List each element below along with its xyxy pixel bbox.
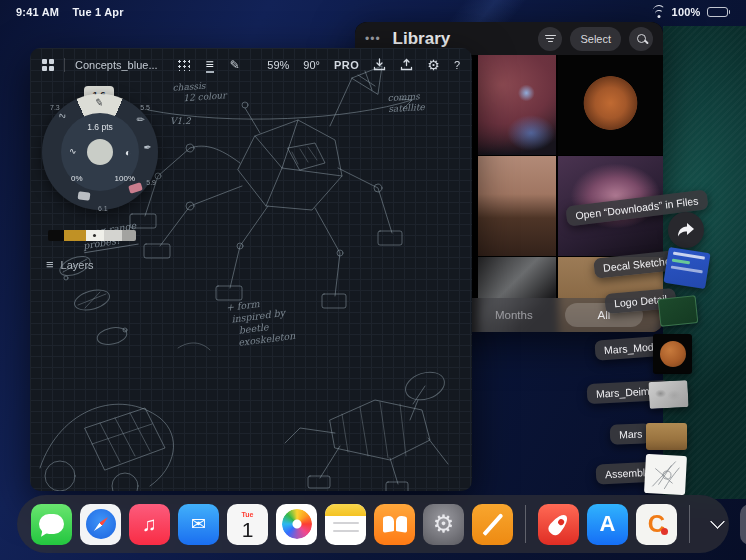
annotation-comms: comms satellite	[387, 91, 425, 115]
dock-icon-notes[interactable]	[325, 504, 366, 545]
concepts-toolbar: Concepts_blue... ≡ ✎ 59% 90° PRO ⚙ ?	[30, 48, 472, 81]
ring-size-3: 5.9	[146, 179, 156, 186]
status-left: 9:41 AM Tue 1 Apr	[16, 6, 134, 18]
select-button[interactable]: Select	[570, 27, 621, 51]
notes-header-strip	[325, 504, 366, 516]
photo-nebula-horsehead[interactable]	[478, 55, 556, 155]
wifi-icon	[652, 7, 666, 18]
ring-size-2: 5.5	[140, 104, 150, 111]
dock-divider	[689, 505, 690, 543]
rotation-angle[interactable]: 90°	[303, 59, 320, 71]
dock-icon-rocket-app[interactable]	[538, 504, 579, 545]
pen-mode-icon[interactable]: ✎	[230, 58, 240, 72]
settings-gear-icon[interactable]: ⚙	[427, 57, 440, 73]
smoothing-icon: ∿	[69, 146, 77, 156]
dock-divider	[525, 505, 526, 543]
ring-size-4: 6.1	[98, 205, 108, 212]
segment-months[interactable]: Months	[495, 309, 533, 321]
drag-thumb-logo-detail[interactable]	[658, 295, 699, 327]
share-arrow-button[interactable]	[668, 212, 704, 248]
annotation-beetle: + form inspired by beetle exoskeleton	[225, 294, 296, 349]
drag-thumb-mars-model[interactable]	[653, 334, 692, 374]
tool-wheel-center[interactable]	[87, 139, 113, 165]
dock-icon-photos[interactable]	[276, 504, 317, 545]
swatch-white-selected[interactable]	[86, 230, 104, 241]
search-icon	[637, 34, 646, 43]
document-title[interactable]: Concepts_blue...	[75, 59, 158, 71]
drag-thumb-assembly[interactable]	[644, 454, 687, 495]
drag-thumb-mars[interactable]	[646, 423, 687, 450]
dock-icon-calendar[interactable]: Tue 1	[227, 504, 268, 545]
search-button[interactable]	[629, 27, 653, 51]
envelope-icon: ✉	[191, 513, 206, 535]
window-controls-icon[interactable]: •••	[365, 32, 381, 46]
zoom-level[interactable]: 59%	[267, 59, 289, 71]
dock-icon-books[interactable]	[374, 504, 415, 545]
stroke-size-label: 1.6 pts	[61, 122, 139, 132]
notes-line	[333, 522, 359, 524]
ipad-screen: 9:41 AM Tue 1 Apr 100% ••• Library Selec…	[0, 0, 746, 560]
status-bar: 9:41 AM Tue 1 Apr 100%	[0, 0, 746, 24]
app-store-a-icon: A	[600, 511, 616, 537]
dock-icon-app-library[interactable]	[740, 504, 746, 545]
import-icon[interactable]	[373, 58, 386, 71]
calendar-day: 1	[242, 519, 254, 541]
swatch-black[interactable]	[48, 230, 64, 241]
library-title: Library	[393, 29, 451, 49]
drag-thumb-decal-sketches[interactable]	[663, 247, 710, 289]
tool-wheel-inner[interactable]: 1.6 pts ∿ ◐ 0% 100%	[61, 113, 139, 191]
gear-icon: ⚙	[433, 510, 455, 538]
swatch-gray[interactable]	[122, 230, 136, 241]
photo-mars-globe[interactable]	[558, 55, 663, 155]
pencil-tool-icon[interactable]: ✎	[94, 96, 104, 108]
drag-thumb-mars-deimos[interactable]	[648, 380, 688, 409]
dock-icon-app-store[interactable]: A	[587, 504, 628, 545]
dock-icon-drawing-app[interactable]	[472, 504, 513, 545]
dock-icon-settings[interactable]: ⚙	[423, 504, 464, 545]
precision-grid-icon[interactable]	[176, 58, 190, 71]
knife-blade-icon	[482, 513, 503, 536]
dock-icon-safari[interactable]	[80, 504, 121, 545]
clock: 9:41 AM	[16, 6, 59, 18]
export-icon[interactable]	[400, 58, 413, 71]
layers-view-icon[interactable]: ≡	[206, 57, 214, 73]
pro-badge[interactable]: PRO	[334, 59, 359, 71]
tool-wheel[interactable]: 1.6 ✎ ∿ ✏ ✒ 7.3 5.5 5.9 6.1 1.6 pts ∿ ◐ …	[38, 86, 162, 216]
layers-icon: ≡	[46, 257, 54, 272]
concepts-dot	[661, 528, 668, 535]
ring-size-1: 7.3	[50, 104, 60, 111]
layers-button[interactable]: ≡ Layers	[38, 253, 102, 276]
help-button[interactable]: ?	[454, 59, 460, 71]
filter-button[interactable]	[538, 27, 562, 51]
nib-tool-icon[interactable]: ✒	[144, 142, 152, 153]
swatch-gold[interactable]	[64, 230, 86, 241]
concepts-window: Concepts_blue... ≡ ✎ 59% 90° PRO ⚙ ? 1.6	[30, 48, 472, 491]
status-right: 100%	[652, 6, 730, 18]
compass-icon	[86, 509, 116, 539]
workspace-grid-icon[interactable]	[42, 59, 54, 71]
opacity-max-label: 100%	[115, 174, 135, 183]
open-book-icon	[383, 516, 407, 532]
message-bubble-icon	[39, 514, 64, 534]
layers-label: Layers	[61, 259, 94, 271]
pink-swatch-chip[interactable]	[128, 182, 143, 194]
dock-icon-concepts[interactable]: C	[636, 504, 677, 545]
opacity-icon: ◐	[125, 147, 131, 158]
photos-flower-icon	[282, 509, 312, 539]
dock-icon-mail[interactable]: ✉	[178, 504, 219, 545]
opacity-min-label: 0%	[71, 174, 83, 183]
annotation-version: V1.2	[170, 116, 191, 127]
filter-icon	[545, 33, 556, 44]
date: Tue 1 Apr	[72, 6, 123, 18]
annotation-chassis: chassis 12 colour	[172, 79, 227, 105]
dock-icon-music[interactable]: ♫	[129, 504, 170, 545]
color-palette-strip[interactable]	[48, 230, 136, 241]
dock: ♫ ✉ Tue 1 ⚙ A	[17, 495, 729, 553]
swatch-lightgray[interactable]	[104, 230, 122, 241]
forward-arrow-icon	[676, 221, 696, 239]
photo-mars-desert[interactable]	[478, 156, 556, 256]
dock-icon-messages[interactable]	[31, 504, 72, 545]
fill-tool-chip[interactable]	[78, 191, 91, 201]
tool-wheel-ring[interactable]: ✎ ∿ ✏ ✒ 7.3 5.5 5.9 6.1 1.6 pts ∿ ◐ 0% 1…	[42, 94, 158, 210]
dock-chevron-button[interactable]	[702, 504, 732, 545]
